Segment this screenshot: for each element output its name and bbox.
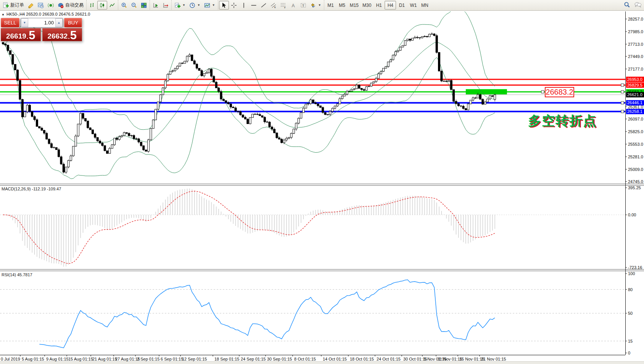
toolbar-group-insert: ▼ ▼ ▼ bbox=[171, 0, 218, 11]
line-chart-icon bbox=[109, 2, 115, 8]
sell-button[interactable]: SELL bbox=[1, 18, 19, 27]
chat-icon[interactable] bbox=[634, 2, 642, 9]
turning-point-annotation[interactable]: 多空转折点 bbox=[528, 112, 597, 130]
timeframe-button-m15[interactable]: M15 bbox=[348, 1, 361, 10]
bar-chart-button[interactable] bbox=[87, 1, 97, 10]
svg-text:27449.0: 27449.0 bbox=[628, 54, 643, 59]
templates-button[interactable]: ▼ bbox=[202, 1, 217, 10]
buy-price-display[interactable]: 26632.5 bbox=[42, 28, 82, 41]
autotrading-icon bbox=[58, 2, 64, 8]
toolbar-group-zoom bbox=[118, 0, 150, 11]
svg-text:26953.0: 26953.0 bbox=[627, 77, 642, 82]
collapse-triangle-icon[interactable]: ▲ bbox=[2, 13, 5, 16]
autotrading-button[interactable]: 自动交易 bbox=[56, 1, 85, 10]
svg-text:18 Oct 01:15: 18 Oct 01:15 bbox=[350, 357, 374, 361]
buy-button[interactable]: BUY bbox=[64, 18, 82, 27]
arrows-button[interactable]: ▼ bbox=[308, 1, 323, 10]
timeframe-button-w1[interactable]: W1 bbox=[407, 1, 419, 10]
status-strip bbox=[0, 361, 644, 364]
new-order-icon bbox=[3, 2, 9, 8]
chart-shift-icon bbox=[163, 2, 169, 8]
timeframe-button-m1[interactable]: M1 bbox=[325, 1, 336, 10]
timeframe-button-m5[interactable]: M5 bbox=[336, 1, 348, 10]
volume-input[interactable] bbox=[28, 18, 55, 27]
zoom-out-button[interactable] bbox=[129, 1, 139, 10]
svg-text:0: 0 bbox=[628, 351, 630, 355]
svg-text:9 Aug 01:15: 9 Aug 01:15 bbox=[46, 357, 69, 361]
metaeditor-button[interactable] bbox=[26, 1, 36, 10]
timeframe-button-h4[interactable]: H4 bbox=[385, 1, 396, 10]
templates-icon bbox=[204, 2, 210, 8]
candlestick-chart-button[interactable] bbox=[97, 1, 107, 10]
timeframe-button-d1[interactable]: D1 bbox=[396, 1, 407, 10]
vertical-line-button[interactable] bbox=[239, 1, 249, 10]
channel-icon: E bbox=[270, 2, 277, 8]
macd-indicator-label: MACD(12,26,9) -112.19 -109.47 bbox=[2, 187, 61, 191]
chevron-down-icon: ▼ bbox=[212, 3, 215, 7]
one-click-trading-panel: SELL ▼ ▲ BUY 26619.5 26632.5 bbox=[1, 18, 82, 41]
periods-icon bbox=[189, 2, 195, 8]
volume-increase-button[interactable]: ▲ bbox=[55, 18, 63, 27]
channel-button[interactable]: E bbox=[269, 1, 279, 10]
trendline-button[interactable] bbox=[259, 1, 269, 10]
vertical-line-icon bbox=[241, 2, 247, 8]
svg-text:395.25: 395.25 bbox=[628, 185, 641, 190]
chart-window[interactable]: 28257.027985.027713.027449.027177.026361… bbox=[0, 11, 644, 364]
svg-text:26258.1: 26258.1 bbox=[627, 109, 642, 114]
fibonacci-button[interactable]: F bbox=[279, 1, 288, 10]
crosshair-icon bbox=[231, 2, 237, 8]
svg-text:-723.16: -723.16 bbox=[628, 265, 642, 270]
broadcast-button[interactable] bbox=[46, 1, 56, 10]
toolbar-group-main: 新订单 自动交易 bbox=[0, 0, 86, 11]
cursor-button[interactable] bbox=[219, 1, 229, 10]
svg-text:28257.0: 28257.0 bbox=[628, 17, 643, 21]
timeframe-button-m30[interactable]: M30 bbox=[361, 1, 373, 10]
indicators-icon bbox=[174, 2, 180, 8]
svg-text:21 Nov 01:15: 21 Nov 01:15 bbox=[481, 357, 506, 361]
svg-text:80: 80 bbox=[628, 287, 633, 292]
new-order-button[interactable]: 新订单 bbox=[1, 1, 26, 10]
svg-text:2 Sep 01:15: 2 Sep 01:15 bbox=[137, 357, 159, 361]
timeframe-button-mn[interactable]: MN bbox=[419, 1, 430, 10]
svg-text:15 Nov 01:15: 15 Nov 01:15 bbox=[459, 357, 484, 361]
zoom-in-button[interactable] bbox=[119, 1, 129, 10]
search-icon[interactable] bbox=[624, 2, 630, 10]
svg-text:24 Oct 01:15: 24 Oct 01:15 bbox=[377, 357, 401, 361]
toolbar-group-timeframes: M1M5M15M30H1H4D1W1MN bbox=[324, 0, 431, 11]
svg-text:0.00: 0.00 bbox=[628, 213, 636, 217]
svg-text:A: A bbox=[291, 3, 295, 8]
periods-button[interactable]: ▼ bbox=[187, 1, 202, 10]
cursor-icon bbox=[221, 2, 227, 8]
svg-text:E: E bbox=[274, 6, 276, 8]
svg-text:6 Sep 01:15: 6 Sep 01:15 bbox=[161, 357, 183, 361]
svg-text:5 Aug 01:15: 5 Aug 01:15 bbox=[22, 357, 44, 361]
line-chart-button[interactable] bbox=[107, 1, 117, 10]
new-chart-button[interactable] bbox=[36, 1, 46, 10]
auto-scroll-icon bbox=[153, 2, 159, 8]
fibonacci-icon: F bbox=[280, 2, 287, 8]
price-chart-canvas[interactable]: 28257.027985.027713.027449.027177.026361… bbox=[0, 11, 644, 364]
new-chart-icon bbox=[38, 2, 44, 8]
svg-text:27 Aug 01:15: 27 Aug 01:15 bbox=[115, 357, 140, 361]
auto-scroll-button[interactable] bbox=[151, 1, 161, 10]
text-label-icon: T bbox=[300, 2, 306, 8]
text-button[interactable]: A bbox=[288, 1, 298, 10]
crosshair-button[interactable] bbox=[229, 1, 239, 10]
rsi-indicator-label: RSI(14) 45.7817 bbox=[2, 272, 32, 277]
zoom-out-icon bbox=[131, 2, 137, 8]
svg-text:25825.0: 25825.0 bbox=[628, 129, 643, 134]
svg-text:26829.5: 26829.5 bbox=[627, 83, 642, 87]
zoom-in-icon bbox=[121, 2, 127, 8]
indicators-button[interactable]: ▼ bbox=[172, 1, 187, 10]
timeframe-button-h1[interactable]: H1 bbox=[373, 1, 385, 10]
horizontal-line-button[interactable] bbox=[249, 1, 259, 10]
svg-text:26097.0: 26097.0 bbox=[628, 117, 643, 121]
text-label-button[interactable]: T bbox=[298, 1, 308, 10]
sell-price-display[interactable]: 26619.5 bbox=[1, 28, 41, 41]
toolbar-group-charttype bbox=[86, 0, 118, 11]
chart-shift-button[interactable] bbox=[161, 1, 171, 10]
volume-decrease-button[interactable]: ▼ bbox=[21, 18, 28, 27]
tile-windows-button[interactable] bbox=[139, 1, 149, 10]
price-callout-label[interactable]: 26683.2 bbox=[545, 87, 574, 97]
tile-windows-icon bbox=[141, 2, 147, 8]
